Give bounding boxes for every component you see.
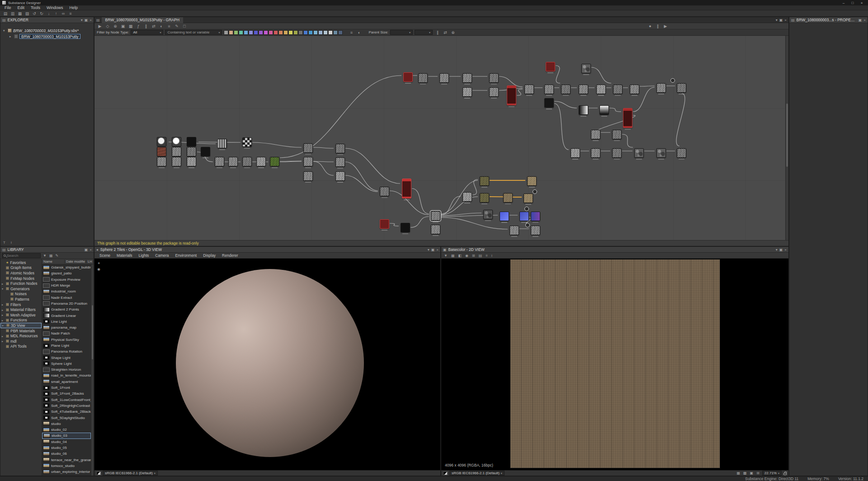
usage-swatch-13[interactable] (288, 30, 293, 35)
graph-node[interactable] (172, 137, 181, 146)
view3d-menu-lights[interactable]: Lights (136, 253, 152, 258)
graph-node[interactable] (524, 193, 533, 203)
panel-close-icon[interactable]: × (784, 18, 787, 22)
zoom-dropdown[interactable]: 22.71% ▾ (762, 471, 782, 476)
graph-node[interactable] (462, 87, 472, 97)
library-category-api-tools[interactable]: API Tools (0, 344, 42, 349)
library-category-mdl-resources[interactable]: ▸MDL Resources (0, 333, 42, 339)
graph-node[interactable] (215, 157, 224, 166)
function-icon[interactable]: ƒ (135, 24, 142, 29)
background-icon[interactable]: ▦ (450, 254, 456, 258)
graph-node[interactable] (431, 211, 440, 221)
usage-swatch-5[interactable] (249, 30, 253, 35)
save-icon[interactable]: ▦ (17, 11, 23, 16)
graph-node[interactable] (256, 157, 266, 166)
graph-node[interactable] (634, 148, 644, 158)
library-scrollbar[interactable] (91, 264, 94, 476)
panel-close-icon[interactable]: × (90, 18, 92, 22)
scrollbar-thumb[interactable] (92, 305, 93, 359)
library-item[interactable]: Soft_2RingHighContrast (42, 403, 91, 409)
tiling-icon[interactable]: ⊞ (471, 254, 476, 258)
play-icon[interactable]: ▶ (662, 24, 669, 29)
library-item[interactable]: terrace_near_the_granaries (42, 457, 91, 463)
library-item[interactable]: Physical Sun/Sky (42, 337, 91, 343)
graph-node[interactable] (335, 157, 345, 167)
graph-node[interactable] (187, 147, 196, 156)
library-category-pbr-materials[interactable]: PBR Materials (0, 328, 42, 334)
library-category-generators[interactable]: ▾Generators (0, 286, 42, 292)
library-item[interactable]: road_in_tenerife_mountain (42, 373, 91, 378)
comment-icon[interactable]: ✎ (174, 24, 180, 29)
graph-node[interactable] (519, 212, 529, 221)
size-settings-icon[interactable]: ⊕ (450, 30, 456, 35)
library-category-mesh-adaptive[interactable]: ▸Mesh Adaptive (0, 312, 42, 318)
zoom-fit-icon[interactable]: ▣ (120, 24, 126, 29)
checker-icon[interactable]: ▩ (742, 471, 748, 475)
column-header[interactable]: Name (42, 259, 65, 264)
expand-arrow-icon[interactable]: ▾ (2, 287, 5, 290)
filter-visibility-icon[interactable]: ◐ (356, 30, 362, 35)
library-category-material-filters[interactable]: ▸Material Filters (0, 307, 42, 312)
relative-size-icon[interactable]: ⇄ (442, 30, 448, 35)
new-package-icon[interactable]: ▤ (2, 11, 9, 16)
library-item[interactable]: Soft_1Front_2Backs (42, 391, 91, 396)
graph-node[interactable] (380, 187, 389, 196)
undo-icon[interactable]: ↺ (31, 11, 38, 16)
graph-node[interactable] (228, 157, 238, 166)
usage-swatch-16[interactable] (303, 30, 308, 35)
import-icon[interactable]: ↓ (46, 11, 52, 16)
usage-swatch-0[interactable] (224, 30, 228, 35)
link-icon[interactable]: ∞ (60, 11, 66, 16)
library-category-function-nodes[interactable]: ▸Function Nodes (0, 281, 42, 286)
column-header[interactable]: LH (86, 259, 94, 264)
usage-swatch-20[interactable] (323, 30, 328, 35)
panel-close-icon[interactable]: × (863, 18, 866, 22)
library-item[interactable]: Line Light (42, 319, 91, 325)
graph-node[interactable] (480, 193, 489, 203)
expand-arrow-icon[interactable]: ▸ (2, 282, 5, 285)
zoom-in-icon[interactable]: ⊕ (112, 24, 118, 29)
view3d-viewport[interactable]: ☀◉ (94, 259, 440, 470)
library-item[interactable]: Nadir Patch (42, 330, 91, 336)
graph-node[interactable] (677, 148, 686, 158)
graph-node[interactable] (242, 157, 252, 166)
notes-icon[interactable]: T (2, 240, 6, 245)
usage-swatch-18[interactable] (313, 30, 318, 35)
library-item[interactable]: studio (42, 421, 91, 427)
expand-arrow-icon[interactable]: ▸ (9, 35, 13, 38)
library-item[interactable]: Plane Light (42, 343, 91, 349)
link-views-icon[interactable]: ● (647, 24, 653, 29)
pan-tool-icon[interactable]: ◇ (104, 24, 111, 29)
histogram-icon[interactable]: ≡ (485, 254, 489, 258)
library-item[interactable]: Gradient 2 Points (42, 307, 91, 312)
library-item[interactable]: tomoco_studio (42, 463, 91, 469)
menu-tools[interactable]: Tools (28, 5, 43, 10)
view3d-menu-environment[interactable]: Environment (172, 253, 200, 258)
usage-swatch-14[interactable] (293, 30, 298, 35)
edit-icon[interactable]: ✎ (54, 254, 59, 258)
library-item[interactable]: small_apartment (42, 379, 91, 385)
usage-swatch-1[interactable] (229, 30, 233, 35)
library-category-graph-items[interactable]: Graph Items (0, 265, 42, 271)
panel-float-icon[interactable]: ▣ (859, 18, 862, 22)
graph-node[interactable] (335, 144, 345, 153)
graph-node[interactable] (402, 179, 411, 198)
node-type-dropdown[interactable]: All ▾ (131, 30, 163, 35)
usage-swatch-17[interactable] (308, 30, 313, 35)
export-icon[interactable]: ↑ (53, 11, 59, 16)
graph-node[interactable] (157, 147, 166, 156)
graph-node[interactable] (157, 137, 166, 146)
graph-node[interactable] (531, 212, 540, 221)
expand-arrow-icon[interactable]: ▸ (2, 313, 5, 316)
graph-node[interactable] (403, 72, 413, 82)
graph-node[interactable] (303, 171, 313, 181)
pause-engine-icon[interactable]: ∥ (143, 24, 149, 29)
expand-arrow-icon[interactable]: ▸ (2, 324, 5, 327)
graph-node[interactable] (527, 176, 537, 186)
view3d-menu-renderer[interactable]: Renderer (219, 253, 241, 258)
panel-menu-icon[interactable]: ▾ (428, 248, 429, 252)
maximize-button[interactable]: □ (849, 1, 857, 5)
view3d-menu-camera[interactable]: Camera (152, 253, 172, 258)
lock-ratio-icon[interactable]: ∥ (434, 30, 441, 35)
graph-node[interactable] (418, 73, 428, 83)
